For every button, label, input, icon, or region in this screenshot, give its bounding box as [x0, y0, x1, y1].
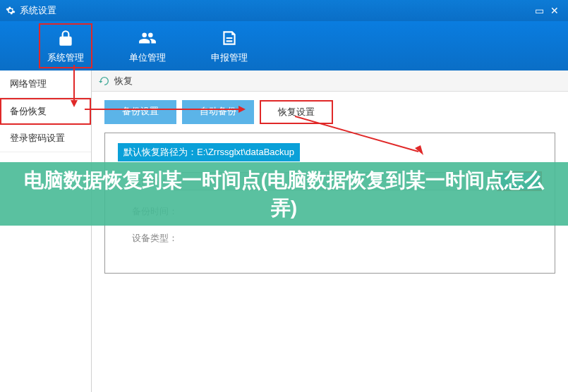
overlay-text: 电脑数据恢复到某一时间点(电脑数据恢复到某一时间点怎么弄) [21, 166, 547, 221]
overlay-banner: 电脑数据恢复到某一时间点(电脑数据恢复到某一时间点怎么弄) [0, 162, 568, 226]
nav-unit-management[interactable]: 单位管理 [121, 23, 174, 68]
nav-label: 系统管理 [47, 51, 84, 64]
lock-icon [55, 27, 76, 49]
main-area: 恢复 备份设置 自动备份 恢复设置 默认恢复路径为：E:\Zrrssglxt\d… [92, 71, 568, 392]
sidebar-item-label: 网络管理 [10, 78, 47, 89]
people-icon [137, 27, 158, 49]
close-window-icon[interactable]: ✕ [547, 5, 562, 16]
nav-report-management[interactable]: 申报管理 [203, 23, 256, 68]
tab-auto-backup[interactable]: 自动备份 [182, 100, 254, 124]
nav-label: 申报管理 [211, 51, 248, 64]
tab-row: 备份设置 自动备份 恢复设置 [92, 92, 568, 124]
sidebar-item-network[interactable]: 网络管理 [0, 71, 91, 98]
document-edit-icon [219, 27, 240, 49]
breadcrumb: 恢复 [92, 71, 568, 92]
tab-restore-settings[interactable]: 恢复设置 [260, 100, 333, 124]
tab-backup-settings[interactable]: 备份设置 [104, 100, 176, 124]
gear-icon [6, 6, 16, 16]
sidebar-item-backup-restore[interactable]: 备份恢复 [0, 98, 91, 125]
device-type-row: 设备类型： [118, 232, 542, 245]
sidebar-item-label: 备份恢复 [10, 106, 47, 116]
device-type-label: 设备类型： [132, 233, 178, 243]
restore-icon [99, 75, 110, 87]
nav-system-management[interactable]: 系统管理 [39, 23, 92, 68]
restore-window-icon[interactable]: ▭ [531, 5, 547, 16]
title-bar: 系统设置 ▭ ✕ [0, 0, 568, 21]
default-path-banner: 默认恢复路径为：E:\Zrrssglxt\dataBackup [118, 143, 300, 161]
top-nav: 系统管理 单位管理 申报管理 [0, 21, 568, 71]
window-title: 系统设置 [20, 4, 56, 17]
sidebar-item-label: 登录密码设置 [10, 133, 65, 143]
sidebar-item-password[interactable]: 登录密码设置 [0, 125, 91, 152]
breadcrumb-label: 恢复 [114, 75, 133, 87]
nav-label: 单位管理 [129, 51, 166, 64]
sidebar: 网络管理 备份恢复 登录密码设置 [0, 71, 92, 392]
